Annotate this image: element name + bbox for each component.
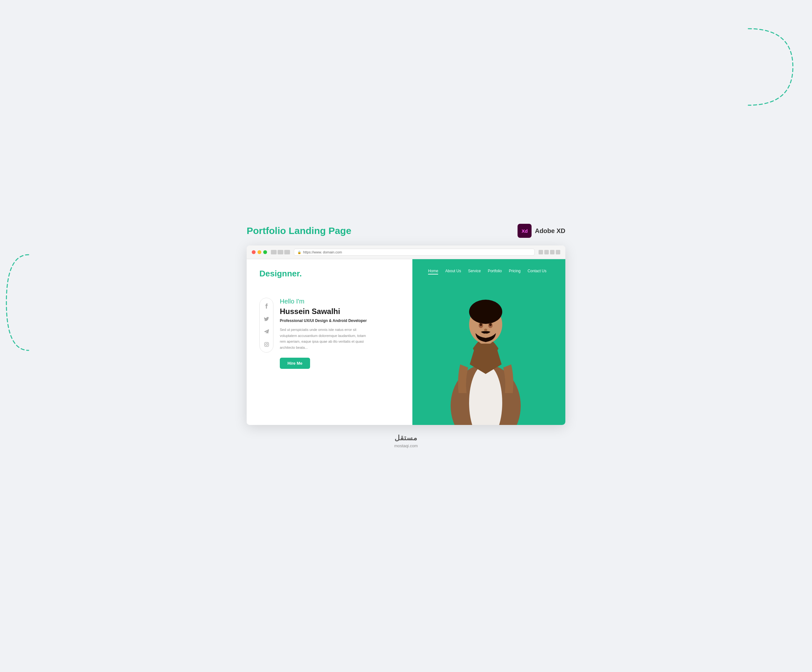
deco-curve-left — [3, 251, 32, 354]
page-header: Portfolio Landing Page Xd Adobe XD — [247, 224, 565, 238]
nav-buttons — [271, 250, 290, 255]
bio: Sed ut perspiciatis unde omnis iste natu… — [280, 327, 369, 351]
svg-point-8 — [470, 301, 501, 318]
logo: Designner. — [259, 269, 406, 279]
person-name: Hussein Sawalhi — [280, 307, 406, 316]
nav-item-service[interactable]: Service — [468, 269, 481, 273]
deco-curve-top-right — [742, 26, 799, 108]
nav-item-pricing[interactable]: Pricing — [509, 269, 521, 273]
left-section: Designner. — [247, 259, 412, 425]
navigation: Home About Us Service Portfolio Pricing … — [390, 259, 565, 273]
profession: Professional UX/UI Design & Android Deve… — [280, 318, 406, 323]
svg-point-2 — [267, 343, 268, 343]
nav-item-portfolio[interactable]: Portfolio — [488, 269, 502, 273]
browser-dots — [252, 250, 267, 254]
dot-close[interactable] — [252, 250, 256, 254]
hero-content: Hello I'm Hussein Sawalhi Professional U… — [259, 298, 406, 369]
browser-bar: 🔒 https://www. domain.com — [247, 245, 565, 259]
logo-area: Designner. — [259, 269, 406, 279]
nav-btn-1 — [271, 250, 276, 255]
website-content: Designner. — [247, 259, 565, 425]
greeting: Hello I'm — [280, 298, 406, 305]
instagram-icon[interactable] — [263, 341, 270, 348]
dot-minimize[interactable] — [258, 250, 261, 254]
action-btn-1 — [539, 250, 543, 255]
svg-point-12 — [489, 323, 492, 326]
browser-mockup: 🔒 https://www. domain.com Designner. — [247, 245, 565, 425]
hero-text: Hello I'm Hussein Sawalhi Professional U… — [280, 298, 406, 369]
hire-me-button[interactable]: Hire Me — [280, 358, 310, 369]
twitter-icon[interactable] — [263, 315, 270, 322]
nav-item-contact[interactable]: Contact Us — [527, 269, 546, 273]
person-figure — [441, 272, 530, 425]
footer-logo: مستقل — [394, 434, 418, 442]
page-footer: مستقل mostaqi.com — [394, 434, 418, 448]
adobe-xd-badge: Xd Adobe XD — [517, 224, 565, 238]
person-image-area — [406, 259, 565, 425]
browser-actions — [539, 250, 560, 255]
address-bar[interactable]: 🔒 https://www. domain.com — [294, 249, 535, 256]
logo-suffix: ner. — [287, 269, 302, 278]
social-sidebar — [259, 298, 273, 352]
nav-btn-3 — [284, 250, 290, 255]
action-btn-2 — [544, 250, 549, 255]
facebook-icon[interactable] — [263, 303, 270, 309]
action-btn-3 — [550, 250, 554, 255]
page-title: Portfolio Landing Page — [247, 226, 351, 236]
svg-point-1 — [266, 343, 267, 345]
nav-item-about[interactable]: About Us — [445, 269, 461, 273]
svg-point-13 — [484, 329, 487, 331]
xd-icon: Xd — [517, 224, 532, 238]
adobe-xd-label: Adobe XD — [535, 227, 565, 234]
dot-maximize[interactable] — [263, 250, 267, 254]
lock-icon: 🔒 — [297, 251, 301, 254]
nav-item-home[interactable]: Home — [428, 269, 438, 273]
footer-url: mostaqi.com — [394, 443, 418, 448]
url-text: https://www. domain.com — [303, 250, 342, 254]
logo-prefix: Design — [259, 269, 287, 278]
action-btn-4 — [556, 250, 560, 255]
svg-point-11 — [479, 323, 482, 326]
telegram-icon[interactable] — [263, 328, 270, 335]
nav-links: Home About Us Service Portfolio Pricing … — [428, 269, 546, 273]
nav-btn-2 — [278, 250, 283, 255]
